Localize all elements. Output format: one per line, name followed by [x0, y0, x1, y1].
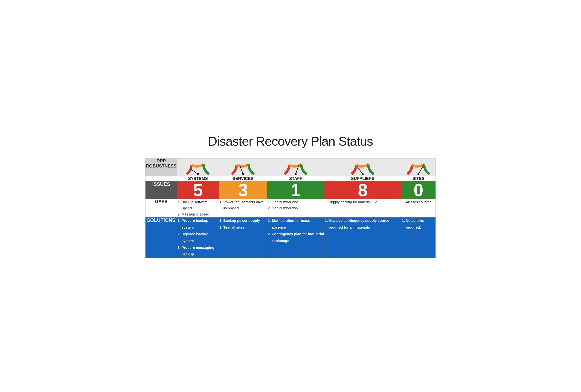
- issues-value-services: 3: [219, 181, 267, 199]
- gaps-cell-services: Power requirements have increased: [219, 199, 267, 217]
- gaps-label: GAPS: [146, 199, 177, 217]
- gaps-item: Gap number one.: [272, 199, 324, 205]
- gaps-item: Supply backup for material F-Z: [329, 199, 401, 205]
- solutions-item: No actions required.: [406, 217, 436, 231]
- solutions-item: Procure messaging backup: [182, 244, 219, 258]
- issues-value-suppliers: 8: [324, 181, 401, 199]
- drp-table: DRPROBUSTNESS: [145, 158, 436, 258]
- solutions-cell-sites: No actions required.: [401, 217, 436, 258]
- issues-label: ISSUES: [146, 181, 177, 199]
- svg-point-3: [242, 173, 244, 175]
- gaps-cell-suppliers: Supply backup for material F-Z: [324, 199, 401, 217]
- gaps-item: Gap number two: [272, 205, 324, 211]
- solutions-item: Staff solution for mass absence: [272, 217, 324, 231]
- column-header-row: SYSTEMSSERVICESSTAFFSUPPLIERSSITES: [146, 176, 436, 181]
- gaps-cell-staff: Gap number one.Gap number two: [267, 199, 324, 217]
- gaps-item: Messaging speed.: [182, 211, 219, 217]
- gaps-item: Backup software Speed.: [182, 199, 219, 211]
- solutions-cell-staff: Staff solution for mass absenceContingen…: [267, 217, 324, 258]
- gauge-row: DRPROBUSTNESS: [146, 158, 436, 176]
- svg-point-1: [197, 173, 199, 175]
- svg-point-5: [295, 173, 296, 175]
- gauge-cell-sites: [401, 158, 436, 176]
- gauge-cell-systems: [177, 158, 219, 176]
- solutions-cell-suppliers: Massive contingency supply source requir…: [324, 217, 401, 258]
- gaps-item: Power requirements have increased: [224, 199, 267, 211]
- issues-value-systems: 5: [177, 181, 219, 199]
- page-title: Disaster Recovery Plan Status: [145, 134, 436, 148]
- issues-value-staff: 1: [267, 181, 324, 199]
- gaps-row: GAPS Backup software Speed.Messaging spe…: [146, 199, 436, 217]
- solutions-item: Test all sites: [224, 224, 267, 231]
- issues-value-sites: 0: [401, 181, 436, 199]
- solutions-cell-services: Backup power supplyTest all sites: [219, 217, 267, 258]
- svg-point-7: [362, 173, 364, 175]
- gaps-cell-systems: Backup software Speed.Messaging speed.: [177, 199, 219, 217]
- solutions-row: SOLUTIONS Procure backup systemReplace b…: [146, 217, 436, 258]
- svg-point-9: [418, 173, 420, 175]
- gauge-cell-services: [219, 158, 267, 176]
- drp-robustness-label: DRPROBUSTNESS: [146, 158, 177, 176]
- issues-row: ISSUES 53180: [146, 181, 436, 199]
- svg-line-0: [190, 168, 198, 174]
- solutions-item: Procure backup system: [182, 217, 219, 231]
- solutions-item: Massive contingency supply source requir…: [329, 217, 401, 231]
- solutions-item: Backup power supply: [224, 217, 267, 224]
- solutions-cell-systems: Procure backup systemReplace backup syst…: [177, 217, 219, 258]
- gauge-cell-suppliers: [324, 158, 401, 176]
- solutions-item: Contingency plan for industrial espionag…: [272, 231, 324, 244]
- gaps-cell-sites: All sites covered: [401, 199, 436, 217]
- gaps-item: All sites covered: [406, 199, 436, 205]
- solutions-item: Replace backup system: [182, 231, 219, 244]
- solutions-label: SOLUTIONS: [146, 217, 177, 258]
- gauge-cell-staff: [267, 158, 324, 176]
